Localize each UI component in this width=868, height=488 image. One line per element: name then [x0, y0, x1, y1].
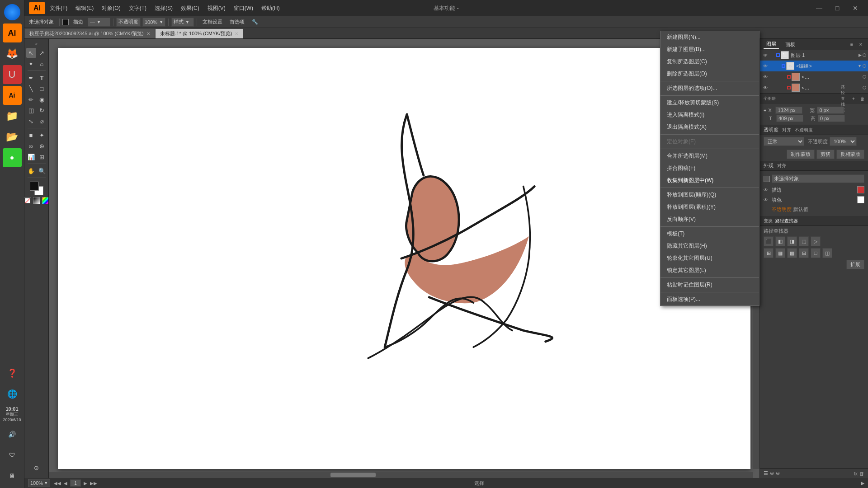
stroke-weight-dropdown[interactable]: —▼ [88, 18, 110, 27]
ctx-layer-options[interactable]: 所选图层的选项(O)... [660, 82, 759, 94]
tools-collapse[interactable]: » [34, 41, 38, 47]
color-swatches[interactable] [30, 182, 43, 195]
none-color-btn[interactable] [24, 197, 31, 204]
pathfinder-exclude[interactable]: ⬚ [799, 236, 809, 246]
horizontal-scrollbar[interactable] [49, 472, 753, 478]
group-visibility[interactable]: 👁 [762, 62, 769, 70]
layer-1-expand[interactable]: ▶ [859, 53, 862, 57]
eraser-tool[interactable]: ◫ [26, 105, 36, 115]
menu-edit[interactable]: 编辑(E) [72, 3, 97, 14]
warp-tool[interactable]: ⌀ [37, 116, 47, 126]
ctx-make-clipping[interactable]: 建立/释放剪切蒙版(S) [660, 97, 759, 109]
brush-tool[interactable]: ✏ [26, 94, 36, 104]
canvas-area[interactable] [49, 39, 760, 478]
nav-next[interactable]: ▶ [82, 479, 89, 487]
ctx-enter-isolation[interactable]: 进入隔离模式(I) [660, 109, 759, 121]
menu-view[interactable]: 视图(V) [204, 3, 229, 14]
color-mode-btn[interactable] [33, 197, 40, 204]
opacity-dropdown[interactable]: 不透明度 [116, 18, 141, 27]
width-input[interactable] [817, 107, 844, 114]
preferences-btn[interactable]: 首选项 [227, 18, 247, 26]
path2-target[interactable] [863, 86, 866, 89]
ctx-panel-options[interactable]: 面板选项(P)... [660, 293, 759, 305]
os-sound[interactable]: 🔊 [3, 425, 22, 444]
arrow-icon[interactable]: 🔧 [249, 18, 261, 26]
opacity-value-dropdown[interactable]: 100%▼ [142, 18, 165, 27]
layer-1-visibility[interactable]: 👁 [762, 52, 769, 59]
opacity-select[interactable]: 100% [830, 137, 857, 146]
ctx-release-order[interactable]: 释放到图层(顺序)(Q) [660, 189, 759, 201]
hand-tool[interactable]: ✋ [26, 166, 36, 176]
menu-file[interactable]: 文件(F) [46, 3, 71, 14]
pathfinder-merge[interactable]: ▩ [787, 248, 797, 258]
ctx-hide-others[interactable]: 隐藏其它图层(H) [660, 240, 759, 252]
gradient-btn[interactable] [42, 197, 49, 204]
line-tool[interactable]: ╲ [26, 84, 36, 94]
ctx-new-layer[interactable]: 新建图层(N)... [660, 39, 759, 43]
pathfinder-unite[interactable]: ⬛ [764, 236, 774, 246]
os-ai-2[interactable]: Ai [3, 86, 22, 105]
os-help[interactable]: ❓ [3, 364, 22, 383]
magic-wand-tool[interactable]: ✦ [26, 59, 36, 69]
ctx-template[interactable]: 模板(T) [660, 228, 759, 240]
doc-settings-btn[interactable]: 文档设置 [200, 18, 225, 26]
transform-header[interactable]: 变换 路径查找器 [760, 216, 868, 226]
tab-2-close[interactable]: ✕ [235, 31, 238, 36]
pathfinder-crop[interactable]: ⊟ [799, 248, 809, 258]
group-expand[interactable]: ▼ [858, 64, 862, 68]
rect-tool[interactable]: □ [37, 84, 47, 94]
pathfinder-divide[interactable]: ⊞ [764, 248, 774, 258]
horizontal-scrollbar-thumb[interactable] [330, 473, 376, 477]
group-target[interactable] [863, 64, 866, 68]
os-app-ai[interactable]: Ai [3, 23, 22, 42]
tab-2[interactable]: 未标题-1* @ 100% (CMYK/预览) ✕ [155, 28, 244, 38]
ctx-reverse-order[interactable]: 反向顺序(V) [660, 213, 759, 225]
panel-icon-1[interactable]: ☰ [764, 470, 768, 476]
ctx-exit-isolation[interactable]: 退出隔离模式(X) [660, 121, 759, 133]
rotate-tool[interactable]: ↻ [37, 105, 47, 115]
fill-color-swatch[interactable] [857, 196, 864, 203]
ctx-lock-others[interactable]: 锁定其它图层(L) [660, 264, 759, 277]
text-tool[interactable]: T [37, 73, 47, 83]
pathfinder-trim[interactable]: ▦ [775, 248, 785, 258]
symbol-tool[interactable]: ⊕ [37, 141, 47, 151]
os-firefox[interactable]: 🦊 [3, 44, 22, 63]
nav-first[interactable]: ◀◀ [54, 479, 61, 487]
y-input[interactable] [776, 115, 803, 122]
blend-mode-select[interactable]: 正常 [764, 137, 804, 146]
menu-window[interactable]: 窗口(W) [230, 3, 257, 14]
foreground-color-swatch[interactable] [30, 182, 39, 191]
pen-tool[interactable]: ✒ [26, 73, 36, 83]
path1-target[interactable] [863, 75, 866, 79]
win-minimize[interactable]: — [810, 0, 828, 16]
graph-tool[interactable]: 📊 [26, 152, 36, 162]
menu-object[interactable]: 对象(O) [98, 3, 124, 14]
eyedropper-tool[interactable]: ✦ [37, 130, 47, 140]
tab-1-close[interactable]: ✕ [146, 31, 150, 36]
height-input[interactable] [818, 115, 845, 122]
shape-form-label[interactable]: 变换 [764, 218, 773, 224]
pathfinder-expand[interactable]: ▷ [811, 236, 821, 246]
layer-panel-menu[interactable]: ≡ [848, 41, 855, 48]
stroke-color-swatch[interactable] [857, 186, 864, 193]
pathfinder-outline[interactable]: □ [811, 248, 821, 258]
path2-visibility[interactable]: 👁 [762, 84, 769, 91]
os-start-button[interactable] [3, 3, 22, 22]
lasso-tool[interactable]: ⌂ [37, 59, 47, 69]
blob-brush-tool[interactable]: ◉ [37, 94, 47, 104]
menu-help[interactable]: 帮助(H) [258, 3, 283, 14]
layer-row-path1[interactable]: 👁 <… [760, 71, 868, 82]
layers-tab[interactable]: 图层 [764, 40, 779, 49]
panel-icon-fx[interactable]: fx [854, 471, 858, 476]
nav-prev[interactable]: ◀ [62, 479, 69, 487]
os-shield[interactable]: 🛡 [3, 446, 22, 465]
ctx-collect-new[interactable]: 收集到新图层中(W) [660, 174, 759, 187]
ctx-copy-layer[interactable]: 复制所选图层(C) [660, 56, 759, 68]
blend-tool[interactable]: ∞ [26, 141, 36, 151]
pathfinder-intersect[interactable]: ◨ [787, 236, 797, 246]
invert-mask-btn[interactable]: 反相蒙版 [836, 150, 864, 159]
pathfinder-minus-front[interactable]: ◧ [775, 236, 785, 246]
find-layers-btn[interactable]: 路径查找器 [841, 95, 848, 103]
layer-row-group[interactable]: 👁 G <编组> ▼ [760, 61, 868, 71]
pathfinder-label[interactable]: 路径查找器 [775, 218, 798, 224]
